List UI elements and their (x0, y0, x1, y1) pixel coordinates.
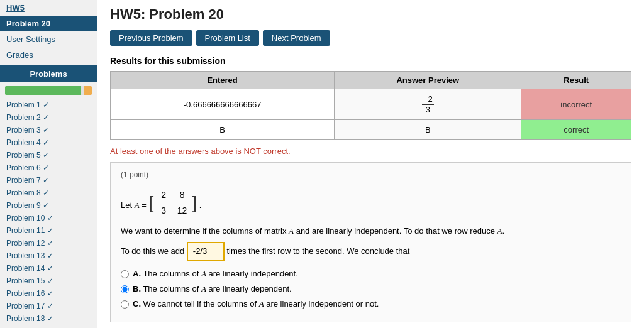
sidebar-problem-17[interactable]: Problem 17 ✓ (0, 300, 97, 312)
fraction-display: −23 (422, 94, 434, 114)
sidebar-problem-19[interactable]: Problem 19 ✓ (0, 325, 97, 328)
entered-cell-1: B (111, 120, 335, 140)
option-b: B. The columns of A are linearly depende… (121, 284, 621, 294)
prev-problem-button[interactable]: Previous Problem (110, 30, 192, 46)
col-preview: Answer Preview (335, 72, 521, 89)
result-cell-0: incorrect (521, 89, 631, 120)
points-label: (1 point) (121, 170, 621, 179)
matrix-content: 2 8 3 12 (156, 187, 189, 219)
sidebar-problem-link[interactable]: Problem 20 (0, 16, 97, 31)
sidebar-problem-3[interactable]: Problem 3 ✓ (0, 124, 97, 136)
option-b-text: B. The columns of A are linearly depende… (133, 284, 292, 294)
fraction-den: 3 (425, 105, 431, 115)
option-a: A. The columns of A are linearly indepen… (121, 269, 621, 279)
sidebar-problem-7[interactable]: Problem 7 ✓ (0, 174, 97, 187)
progress-bar (5, 86, 92, 95)
entered-cell-0: -0.666666666666667 (111, 89, 335, 120)
multiplier-input[interactable]: -2/3 (187, 242, 225, 261)
left-bracket: [ (148, 194, 153, 212)
sidebar-problem-15[interactable]: Problem 15 ✓ (0, 275, 97, 287)
option-a-text: A. The columns of A are linearly indepen… (133, 269, 298, 279)
sidebar: HW5 Problem 20 User Settings Grades Prob… (0, 0, 97, 328)
result-row-1: BBcorrect (111, 120, 631, 140)
m10: 3 (158, 204, 169, 217)
sidebar-problem-2[interactable]: Problem 2 ✓ (0, 111, 97, 124)
sidebar-problem-6[interactable]: Problem 6 ✓ (0, 161, 97, 174)
radio-a[interactable] (121, 270, 129, 278)
col-entered: Entered (111, 72, 335, 89)
m01: 8 (177, 188, 187, 202)
sidebar-problems-header: Problems (0, 65, 97, 82)
sidebar-problem-11[interactable]: Problem 11 ✓ (0, 224, 97, 237)
period: . (199, 201, 202, 210)
option-c-text: C. We cannot tell if the columns of A ar… (133, 299, 379, 309)
sidebar-problem-18[interactable]: Problem 18 ✓ (0, 312, 97, 325)
radio-b[interactable] (121, 285, 129, 293)
problem-list: Problem 1 ✓Problem 2 ✓Problem 3 ✓Problem… (0, 99, 97, 328)
sidebar-user-settings[interactable]: User Settings (0, 31, 97, 47)
m11: 12 (177, 204, 187, 217)
page-title: HW5: Problem 20 (110, 6, 631, 23)
problem-list-button[interactable]: Problem List (196, 30, 259, 46)
right-bracket: ] (192, 194, 197, 212)
problem-matrix-line: Let A = [ 2 8 3 12 ] . (121, 184, 621, 221)
problem-text2: To do this we add -2/3 times the first r… (121, 242, 621, 261)
sidebar-problem-12[interactable]: Problem 12 ✓ (0, 237, 97, 249)
button-row: Previous Problem Problem List Next Probl… (110, 30, 631, 46)
progress-bar-end (84, 86, 92, 95)
sidebar-problem-1[interactable]: Problem 1 ✓ (0, 99, 97, 111)
m00: 2 (158, 188, 169, 202)
result-cell-1: correct (521, 120, 631, 140)
sidebar-problem-10[interactable]: Problem 10 ✓ (0, 212, 97, 224)
radio-c[interactable] (121, 300, 129, 309)
sidebar-problem-13[interactable]: Problem 13 ✓ (0, 249, 97, 262)
sidebar-problem-16[interactable]: Problem 16 ✓ (0, 287, 97, 300)
problem-text1: We want to determine if the columns of m… (121, 225, 621, 238)
answer-options: A. The columns of A are linearly indepen… (121, 269, 621, 309)
sidebar-grades[interactable]: Grades (0, 47, 97, 63)
problem-box: (1 point) Let A = [ 2 8 3 12 ] . We want… (110, 162, 631, 322)
progress-bar-fill (5, 86, 81, 95)
preview-cell-1: B (335, 120, 521, 140)
col-result: Result (521, 72, 631, 89)
matrix-display: [ 2 8 3 12 ] (148, 187, 197, 219)
result-row-0: -0.666666666666667−23incorrect (111, 89, 631, 120)
sidebar-problem-4[interactable]: Problem 4 ✓ (0, 136, 97, 149)
sidebar-problem-8[interactable]: Problem 8 ✓ (0, 187, 97, 199)
option-c: C. We cannot tell if the columns of A ar… (121, 299, 621, 309)
error-message: At least one of the answers above is NOT… (110, 146, 631, 156)
sidebar-hw-link[interactable]: HW5 (0, 0, 97, 16)
sidebar-problem-9[interactable]: Problem 9 ✓ (0, 199, 97, 212)
results-table: Entered Answer Preview Result -0.6666666… (110, 71, 631, 140)
sidebar-problem-5[interactable]: Problem 5 ✓ (0, 149, 97, 161)
let-a-text: Let A = (121, 201, 148, 210)
preview-cell-0: −23 (335, 89, 521, 120)
results-heading: Results for this submission (110, 56, 631, 66)
fraction-num: −2 (422, 94, 434, 105)
sidebar-problem-14[interactable]: Problem 14 ✓ (0, 262, 97, 275)
next-problem-button[interactable]: Next Problem (263, 30, 330, 46)
main-content: HW5: Problem 20 Previous Problem Problem… (97, 0, 644, 328)
